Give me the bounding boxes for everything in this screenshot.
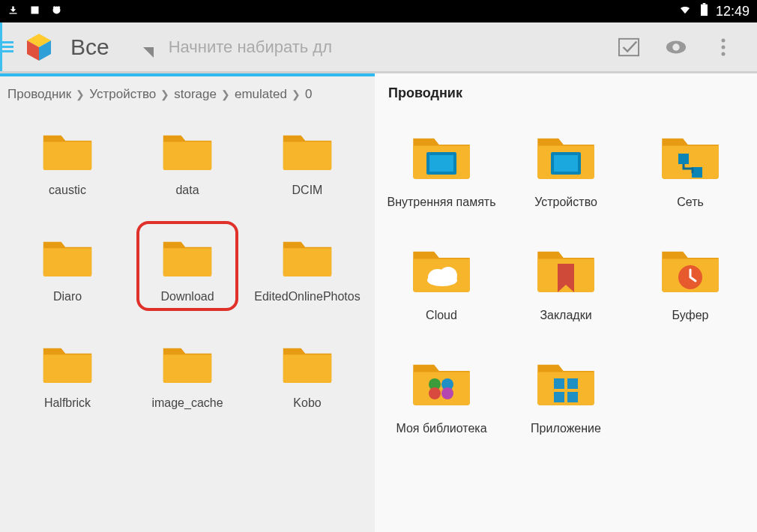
folder-item[interactable]: Download [127,235,247,303]
folder-item[interactable]: caustic [7,128,127,197]
folder-label: data [175,184,199,197]
folder-item[interactable]: image_cache [127,341,247,410]
wifi-icon [678,4,693,19]
svg-rect-0 [701,4,708,16]
search-input[interactable] [169,37,349,57]
battery-icon [700,3,708,19]
folder-label: caustic [49,184,86,197]
status-time: 12:49 [716,4,750,19]
chevron-right-icon: ❯ [76,88,85,100]
folder-item[interactable]: data [127,128,247,197]
folder-grid-right: Внутренняя память Устройство Сеть Cloud … [375,107,757,443]
location-label: Буфер [672,309,709,322]
breadcrumb-item[interactable]: storage [174,87,217,102]
folder-grid-left: caustic data DCIM Diaro Download EditedO… [0,109,375,417]
location-item[interactable]: Внутренняя память [381,130,502,209]
folder-item[interactable]: Halfbrick [7,341,127,410]
location-item[interactable]: Моя библиотека [381,356,502,435]
svg-point-11 [722,52,726,55]
svg-rect-16 [678,154,689,164]
folder-label: DCIM [292,184,323,197]
breadcrumb-item[interactable]: 0 [305,87,312,102]
download-icon [7,4,19,19]
svg-rect-28 [554,392,564,402]
svg-rect-29 [567,392,578,402]
svg-point-24 [429,387,441,399]
svg-rect-26 [554,378,564,389]
location-item[interactable]: Сеть [630,130,751,209]
folder-item[interactable]: Diaro [7,235,127,303]
bookmark-icon [556,264,576,297]
breadcrumb-item[interactable]: emulated [235,87,287,102]
svg-rect-27 [567,378,578,389]
location-label: Моя библиотека [396,422,486,435]
visibility-icon[interactable] [666,37,687,58]
location-label: Закладки [540,309,591,322]
location-item[interactable]: Устройство [505,130,627,209]
right-pane-title: Проводник [375,73,757,107]
chevron-right-icon: ❯ [221,88,230,100]
chevron-right-icon: ❯ [292,88,301,100]
select-mode-icon[interactable] [618,37,639,58]
svg-point-8 [672,43,679,50]
left-pane: Проводник ❯ Устройство ❯ storage ❯ emula… [0,73,375,532]
svg-rect-15 [554,155,578,172]
sdcard-icon [425,151,458,179]
android-status-bar: 12:49 [0,0,757,22]
folder-label: Kobo [293,396,321,410]
alarm-icon [51,4,62,19]
network-icon [675,151,705,184]
main-area: Проводник ❯ Устройство ❯ storage ❯ emula… [0,73,757,532]
folder-label: Halfbrick [44,396,91,410]
overflow-menu-icon[interactable] [713,37,734,58]
location-item[interactable]: Cloud [381,243,502,322]
svg-point-20 [427,274,457,286]
folder-item[interactable]: Kobo [247,341,367,410]
app-toolbar: Все [0,22,757,73]
folder-label: image_cache [151,396,223,410]
svg-rect-1 [703,3,706,4]
svg-point-25 [441,387,453,399]
folder-label: Download [160,290,214,303]
folder-item[interactable]: EditedOnlinePhotos [247,235,367,303]
right-pane: Проводник Внутренняя память Устройство С… [375,73,757,532]
folder-item[interactable]: DCIM [247,128,367,197]
location-label: Сеть [677,196,704,209]
cloud-icon [424,264,459,289]
clock-icon [677,264,704,294]
location-item[interactable]: Закладки [505,243,627,322]
location-item[interactable]: Буфер [630,243,751,322]
circles-icon [425,377,458,402]
svg-rect-13 [429,155,453,172]
breadcrumb-item[interactable]: Устройство [89,87,156,102]
svg-point-9 [722,38,726,42]
location-label: Внутренняя память [387,196,496,209]
location-item[interactable]: Приложение [505,356,627,435]
gallery-icon [29,4,40,19]
breadcrumb-item[interactable]: Проводник [7,87,71,102]
breadcrumb: Проводник ❯ Устройство ❯ storage ❯ emula… [0,76,375,109]
app-logo-icon[interactable] [16,25,61,70]
svg-marker-5 [143,47,154,58]
menu-icon[interactable] [1,41,13,52]
location-label: Cloud [426,309,457,322]
location-label: Приложение [531,422,601,435]
chevron-right-icon: ❯ [160,88,169,100]
location-label: Устройство [534,196,597,209]
folder-label: Diaro [53,290,82,303]
svg-point-10 [722,45,726,49]
folder-label: EditedOnlinePhotos [254,290,360,303]
dropdown-icon[interactable] [143,47,154,61]
filter-label[interactable]: Все [70,34,109,60]
apps-icon [552,377,579,407]
sdcard-icon [549,151,582,179]
